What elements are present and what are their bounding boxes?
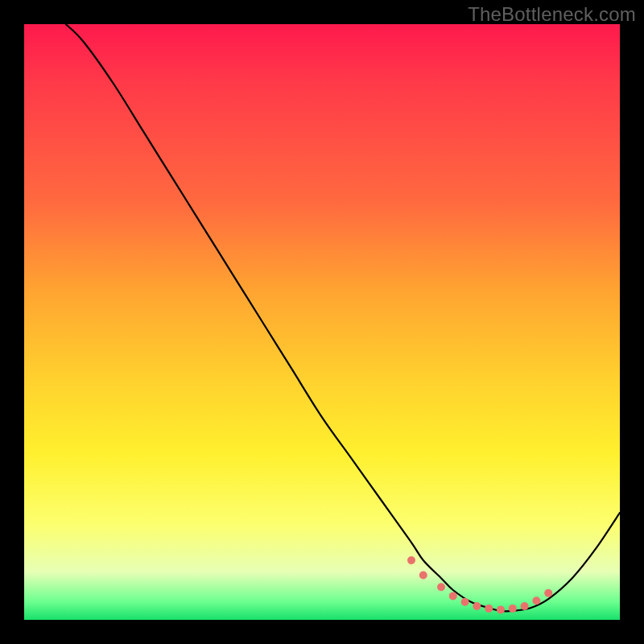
curve-layer [24,24,620,620]
marker-dot [497,605,505,613]
plot-area [24,24,620,620]
marker-dot [521,602,529,610]
marker-dot [485,605,493,613]
marker-dot [461,598,469,606]
chart-frame: TheBottleneck.com [0,0,644,644]
marker-dot [437,583,445,591]
marker-dot [449,592,457,600]
marker-dot [473,602,481,610]
marker-dot [544,589,552,597]
marker-dot [419,572,427,580]
highlight-dots [407,556,552,613]
marker-dot [407,556,415,564]
bottleneck-curve [66,24,620,611]
marker-dot [509,605,517,613]
marker-dot [532,597,540,605]
watermark-text: TheBottleneck.com [468,3,636,26]
